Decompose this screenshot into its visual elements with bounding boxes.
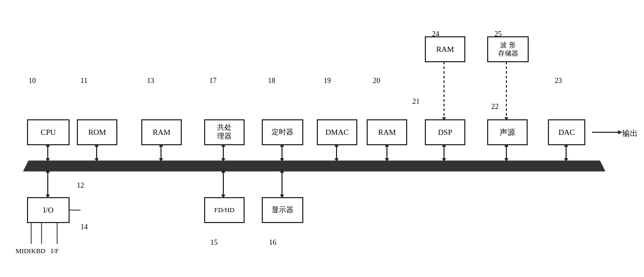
label-17: 17: [209, 77, 217, 85]
svg-marker-36: [221, 169, 225, 173]
if-label: I/F: [51, 247, 59, 255]
midi-label: MIDI: [16, 247, 31, 255]
svg-marker-26: [504, 158, 508, 162]
sound-box: 声源: [487, 119, 528, 145]
dsp-box: DSP: [425, 119, 465, 145]
svg-marker-2: [46, 158, 50, 162]
label-13: 13: [147, 77, 154, 85]
svg-marker-33: [46, 169, 50, 173]
label-16: 16: [269, 239, 276, 247]
label-10: 10: [29, 77, 36, 85]
svg-marker-14: [280, 158, 284, 162]
io-box: I/O: [27, 197, 70, 223]
output-label: 输出: [622, 129, 638, 138]
svg-marker-17: [334, 158, 339, 162]
block-diagram: 10 11 13 17 18 19 20 21 22 23 24 25 12 1…: [0, 0, 644, 277]
cpu-box: CPU: [27, 119, 70, 145]
svg-marker-50: [618, 130, 622, 134]
label-20: 20: [373, 77, 380, 85]
label-18: 18: [268, 77, 275, 85]
label-15: 15: [210, 239, 218, 247]
display-box: 显示器: [262, 197, 303, 223]
label-22: 22: [491, 103, 499, 111]
fdHd-box: FD/HD: [204, 197, 245, 223]
svg-marker-8: [159, 158, 163, 162]
svg-marker-11: [221, 158, 225, 162]
label-14: 14: [81, 223, 88, 231]
svg-marker-39: [280, 169, 284, 173]
svg-marker-23: [442, 158, 446, 162]
label-19: 19: [324, 77, 331, 85]
ram2-box: RAM: [367, 119, 407, 145]
rom-box: ROM: [77, 119, 117, 145]
label-21: 21: [412, 98, 420, 106]
label-11: 11: [81, 77, 87, 85]
label-23: 23: [555, 77, 562, 85]
waveform-box: 波 形存储器: [487, 36, 529, 62]
svg-marker-0: [23, 161, 605, 171]
ram3-box: RAM: [425, 36, 465, 62]
kbd-label: KBD: [31, 247, 45, 255]
timer-box: 定时器: [262, 119, 303, 145]
coprocessor-box: 共处理器: [204, 119, 245, 145]
label-12: 12: [77, 182, 84, 190]
dac-box: DAC: [548, 119, 585, 145]
ram1-box: RAM: [141, 119, 182, 145]
svg-marker-29: [564, 158, 568, 162]
dmac-box: DMAC: [317, 119, 357, 145]
svg-marker-20: [385, 158, 389, 162]
svg-marker-5: [95, 158, 99, 162]
